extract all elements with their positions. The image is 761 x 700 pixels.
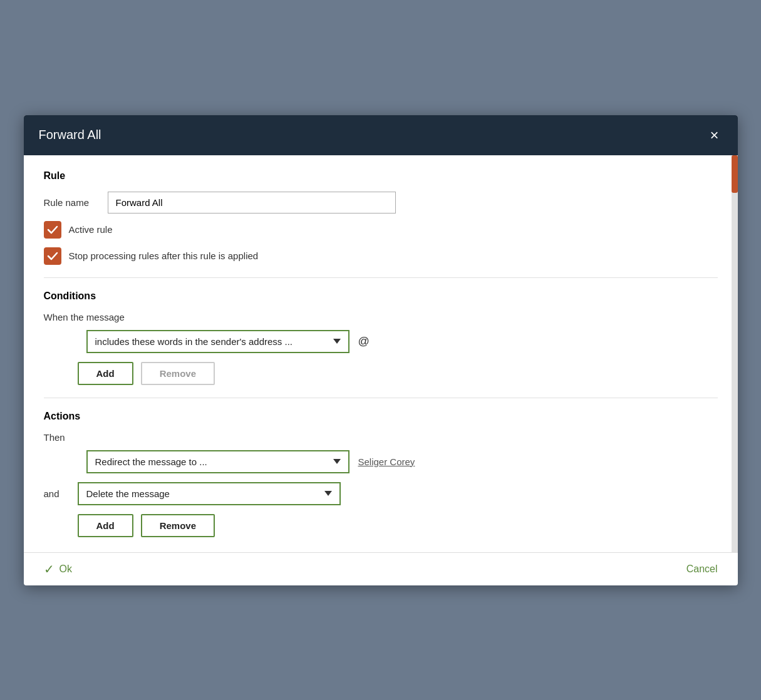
condition-remove-button[interactable]: Remove — [141, 362, 215, 385]
scrollbar-thumb[interactable] — [732, 155, 738, 193]
stop-processing-label: Stop processing rules after this rule is… — [69, 250, 259, 261]
action-remove-button[interactable]: Remove — [141, 514, 215, 537]
and-label: and — [44, 488, 69, 499]
action1-select-row: Redirect the message to ... Forward the … — [44, 450, 718, 473]
at-symbol: @ — [358, 335, 370, 348]
rule-name-row: Rule name — [44, 192, 718, 214]
condition-btn-row: Add Remove — [78, 362, 718, 385]
dialog-footer: ✓ Ok Cancel — [24, 552, 738, 585]
condition-select-row: includes these words in the sender's add… — [44, 330, 718, 353]
action2-select-row: and Delete the message Redirect the mess… — [44, 482, 718, 505]
ok-label: Ok — [60, 564, 72, 575]
actions-section-title: Actions — [44, 411, 718, 422]
condition-select[interactable]: includes these words in the sender's add… — [86, 330, 349, 353]
ok-button[interactable]: ✓ Ok — [44, 562, 72, 577]
active-rule-label: Active rule — [69, 224, 113, 235]
condition-add-button[interactable]: Add — [78, 362, 133, 385]
ok-check-icon: ✓ — [44, 562, 54, 577]
divider-1 — [44, 277, 718, 278]
when-label: When the message — [44, 312, 718, 322]
conditions-section: Conditions When the message includes the… — [44, 291, 718, 385]
action-btn-row: Add Remove — [78, 514, 718, 537]
rule-name-input[interactable] — [108, 192, 396, 214]
dialog: Forward All × Rule Rule name Active — [24, 115, 738, 585]
active-rule-row: Active rule — [44, 221, 718, 239]
action-add-button[interactable]: Add — [78, 514, 133, 537]
close-button[interactable]: × — [706, 126, 722, 144]
dialog-title: Forward All — [39, 128, 101, 142]
then-label: Then — [44, 432, 718, 443]
cancel-button[interactable]: Cancel — [686, 564, 718, 575]
scrollbar-track[interactable] — [732, 155, 738, 552]
dialog-body: Rule Rule name Active rule — [24, 155, 738, 552]
stop-processing-row: Stop processing rules after this rule is… — [44, 247, 718, 265]
action2-select[interactable]: Delete the message Redirect the message … — [78, 482, 341, 505]
rule-name-label: Rule name — [44, 197, 100, 208]
actions-section: Actions Then Redirect the message to ...… — [44, 411, 718, 537]
rule-section: Rule Rule name Active rule — [44, 170, 718, 265]
dialog-header: Forward All × — [24, 115, 738, 155]
stop-processing-checkbox[interactable] — [44, 247, 61, 265]
conditions-section-title: Conditions — [44, 291, 718, 302]
divider-2 — [44, 398, 718, 398]
active-rule-checkbox[interactable] — [44, 221, 61, 239]
rule-section-title: Rule — [44, 170, 718, 182]
action1-link[interactable]: Seliger Corey — [358, 456, 415, 467]
action1-select[interactable]: Redirect the message to ... Forward the … — [86, 450, 349, 473]
